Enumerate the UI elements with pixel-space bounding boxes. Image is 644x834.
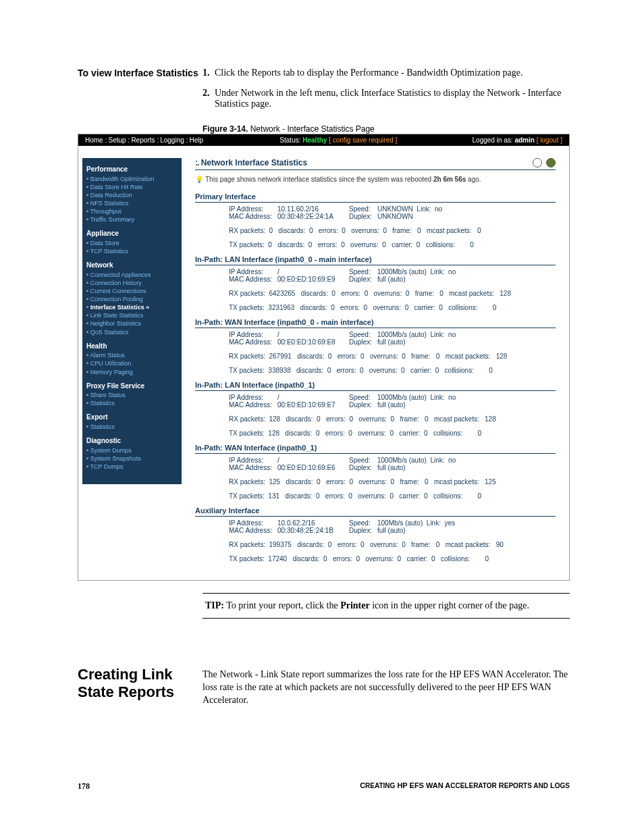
sidebar-item[interactable]: Link State Statistics: [86, 311, 178, 319]
sidebar-item[interactable]: Statistics: [86, 399, 178, 407]
screenshot-figure: Home:Setup:Reports:Logging:Help Status: …: [78, 134, 570, 581]
login-info: Logged in as: admin [ logout ]: [473, 136, 562, 144]
section2-body: The Network - Link State report summariz…: [203, 666, 570, 707]
sidebar-heading: Performance: [86, 165, 178, 174]
sidebar-item[interactable]: TCP Dumps: [86, 463, 178, 471]
sidebar-item[interactable]: System Dumps: [86, 446, 178, 454]
sidebar-heading: Appliance: [86, 229, 178, 238]
figure-caption: Figure 3-14. Network - Interface Statist…: [203, 124, 570, 134]
sidebar-item[interactable]: Interface Statistics: [86, 303, 178, 311]
interface-block: IP Address:/Speed:1000Mb/s (auto) Link: …: [195, 268, 556, 311]
help-icon[interactable]: [533, 158, 542, 167]
interface-header: Primary Interface: [195, 192, 556, 203]
menu-reports[interactable]: Reports: [131, 136, 155, 144]
menu-logging[interactable]: Logging: [160, 136, 184, 144]
interface-block: IP Address:/Speed:1000Mb/s (auto) Link: …: [195, 457, 556, 500]
sidebar-item[interactable]: Connection History: [86, 279, 178, 287]
app-topbar: Home:Setup:Reports:Logging:Help Status: …: [78, 134, 569, 146]
step-1: 1. Click the Reports tab to display the …: [203, 68, 570, 78]
step-2: 2. Under Network in the left menu, click…: [203, 88, 570, 109]
sidebar-item[interactable]: Connected Appliances: [86, 271, 178, 279]
sidebar-item[interactable]: TCP Statistics: [86, 247, 178, 255]
sidebar-item[interactable]: Data Reduction: [86, 191, 178, 199]
sidebar-item[interactable]: System Snapshots: [86, 454, 178, 463]
interface-header: Auxiliary Interface: [195, 506, 556, 517]
sidebar-item[interactable]: Data Store Hit Rate: [86, 183, 178, 191]
interface-block: IP Address:/Speed:1000Mb/s (auto) Link: …: [195, 394, 556, 437]
section2-heading: Creating Link State Reports: [78, 666, 203, 707]
sidebar-nav: PerformanceBandwidth OptimizationData St…: [82, 158, 182, 484]
sidebar-heading: Network: [86, 261, 178, 270]
top-menu[interactable]: Home:Setup:Reports:Logging:Help: [85, 136, 205, 144]
interface-block: IP Address:10.11.60.2/16Speed:UNKNOWN Li…: [195, 205, 556, 249]
sidebar-item[interactable]: Memory Paging: [86, 368, 178, 376]
printer-icon[interactable]: [546, 158, 556, 167]
section-heading: To view Interface Statistics: [78, 68, 203, 119]
status-text: Status: Healthy [ config save required ]: [279, 136, 397, 144]
sidebar-item[interactable]: NFS Statistics: [86, 199, 178, 207]
sidebar-item[interactable]: Share Status: [86, 391, 178, 399]
interface-header: In-Path: WAN Interface (inpath0_0 - main…: [195, 318, 556, 328]
sidebar-item[interactable]: Alarm Status: [86, 351, 178, 359]
page-number: 178: [78, 781, 90, 791]
page-title: :. Network Interface Statistics: [195, 158, 307, 167]
sidebar-item[interactable]: Connection Pooling: [86, 295, 178, 303]
menu-help[interactable]: Help: [190, 136, 204, 144]
sidebar-item[interactable]: Statistics: [86, 423, 178, 431]
tip-box: TIP: To print your report, click the Pri…: [203, 593, 570, 619]
sidebar-item[interactable]: Current Connections: [86, 287, 178, 295]
menu-home[interactable]: Home: [85, 136, 103, 144]
sidebar-item[interactable]: Throughput: [86, 207, 178, 215]
sidebar-heading: Health: [86, 342, 178, 351]
sidebar-heading: Diagnostic: [86, 436, 178, 446]
logout-link[interactable]: [ logout ]: [537, 136, 562, 144]
info-note: 💡This page shows network interface stati…: [195, 176, 556, 183]
page-footer: 178 CREATING HP EFS WAN ACCELERATOR REPO…: [78, 781, 570, 791]
sidebar-item[interactable]: QoS Statistics: [86, 328, 178, 336]
interface-header: In-Path: LAN Interface (inpath0_1): [195, 381, 556, 391]
sidebar-heading: Proxy File Service: [86, 382, 178, 391]
interface-header: In-Path: WAN Interface (inpath0_1): [195, 444, 556, 454]
footer-title: CREATING HP EFS WAN ACCELERATOR REPORTS …: [360, 781, 570, 791]
sidebar-item[interactable]: Traffic Summary: [86, 215, 178, 224]
sidebar-item[interactable]: Neighbor Statistics: [86, 319, 178, 328]
menu-setup[interactable]: Setup: [108, 136, 126, 144]
interface-block: IP Address:/Speed:1000Mb/s (auto) Link: …: [195, 331, 556, 374]
sidebar-item[interactable]: Bandwidth Optimization: [86, 175, 178, 183]
interface-header: In-Path: LAN Interface (inpath0_0 - main…: [195, 255, 556, 265]
interface-block: IP Address:10.0.62.2/16Speed:100Mb/s (au…: [195, 519, 556, 563]
sidebar-heading: Export: [86, 413, 178, 422]
sidebar-item[interactable]: Data Store: [86, 239, 178, 247]
sidebar-item[interactable]: CPU Utilization: [86, 359, 178, 367]
title-icons: [531, 158, 556, 167]
